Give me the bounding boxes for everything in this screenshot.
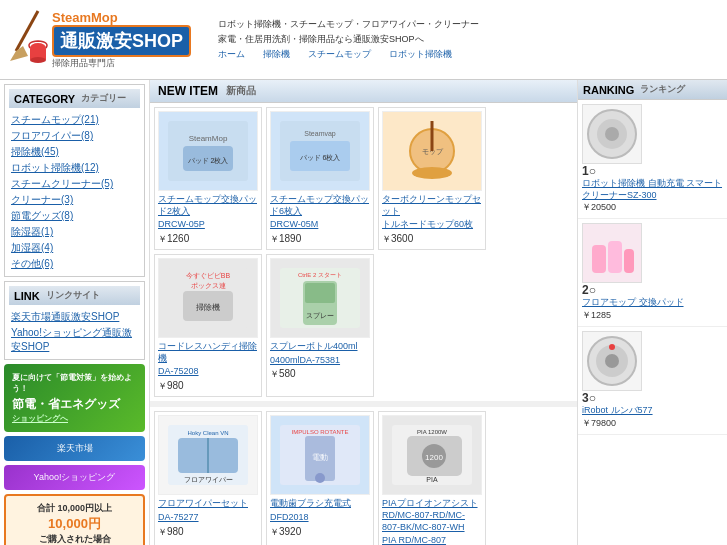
- product-price-p1: ￥1260: [158, 233, 258, 246]
- cat-item-9[interactable]: その他(6): [9, 256, 140, 272]
- product-code-p3: トルネードモップ60枚: [382, 219, 482, 231]
- svg-text:PIA 1200W: PIA 1200W: [417, 429, 447, 435]
- svg-text:1200: 1200: [425, 453, 443, 462]
- link-item-1[interactable]: Yahoo!ショッピング通販激安SHOP: [9, 325, 140, 355]
- logo-sub: 掃除用品専門店: [52, 57, 191, 70]
- product-img-p4: 今すぐビビBB ポックス連 掃除機: [158, 258, 258, 338]
- svg-text:今すぐビビBB: 今すぐビビBB: [186, 272, 231, 280]
- cat-item-0[interactable]: スチームモップ(21): [9, 112, 140, 128]
- product-code-p6: DA-75277: [158, 512, 258, 524]
- product-p5[interactable]: CtrlE 2 スタート スプレー スプレーボトル400ml 0400mlDA-…: [266, 254, 374, 397]
- cat-item-1[interactable]: フロアワイパー(8): [9, 128, 140, 144]
- energy-banner[interactable]: 夏に向けて「節電対策」を始めよう！ 節電・省エネグッズ ショッピングへ: [4, 364, 145, 432]
- ranking-price-1: ￥20500: [582, 201, 723, 214]
- new-item-header: NEW ITEM 新商品: [150, 80, 577, 103]
- ranking-num-3: 3○: [582, 391, 723, 405]
- yahoo-link[interactable]: Yahoo!ショッピング: [4, 465, 145, 490]
- header: SteamMop 通販激安SHOP 掃除用品専門店 ロボット掃除機・スチームモッ…: [0, 0, 727, 80]
- svg-rect-91: [624, 249, 634, 273]
- product-name-p4: コードレスハンディ掃除機: [158, 341, 258, 364]
- ranking-name-2: フロアモップ 交換パッド: [582, 297, 723, 309]
- product-name-p3: ターボクリーンモップセット: [382, 194, 482, 217]
- cat-item-7[interactable]: 除湿器(1): [9, 224, 140, 240]
- product-name-p1: スチームモップ交換パッド2枚入: [158, 194, 258, 217]
- svg-text:フロアワイパー: フロアワイパー: [184, 476, 233, 483]
- product-price-p6: ￥980: [158, 526, 258, 539]
- product-price-p5: ￥580: [270, 368, 370, 381]
- product-p1[interactable]: SteamMop パッド 2枚入 スチームモップ交換パッド2枚入 DRCW-05…: [154, 107, 262, 250]
- energy-link[interactable]: ショッピングへ: [12, 413, 137, 424]
- product-img-p7: IMPULSO ROTANTE 電動: [270, 415, 370, 495]
- ranking-img-2: [582, 223, 642, 283]
- energy-text: 夏に向けて「節電対策」を始めよう！: [12, 372, 137, 394]
- ranking-price-3: ￥79800: [582, 417, 723, 430]
- cat-item-4[interactable]: スチームクリーナー(5): [9, 176, 140, 192]
- svg-text:Steamvap: Steamvap: [304, 130, 336, 138]
- ranking-img-1: [582, 104, 642, 164]
- ranking-price-2: ￥1285: [582, 309, 723, 322]
- product-price-p3: ￥3600: [382, 233, 482, 246]
- svg-text:PIA: PIA: [426, 476, 438, 483]
- product-code-p4: DA-75208: [158, 366, 258, 378]
- product-img-p1: SteamMop パッド 2枚入: [158, 111, 258, 191]
- product-code-p1: DRCW-05P: [158, 219, 258, 231]
- shipping-msg: ご購入された場合: [12, 533, 137, 545]
- svg-rect-26: [305, 283, 335, 303]
- svg-text:SteamMop: SteamMop: [189, 134, 228, 143]
- product-name-p7: 電動歯ブラシ充電式: [270, 498, 370, 510]
- category-title: CATEGORY カテゴリー: [9, 89, 140, 108]
- ranking-item-2[interactable]: 2○ フロアモップ 交換パッド ￥1285: [578, 219, 727, 327]
- logo-text: SteamMop 通販激安SHOP 掃除用品専門店: [52, 10, 191, 70]
- svg-text:モップ: モップ: [422, 148, 444, 155]
- svg-rect-89: [592, 245, 606, 273]
- new-item-title: NEW ITEM: [158, 84, 218, 98]
- product-p3[interactable]: モップ ターボクリーンモップセット トルネードモップ60枚 ￥3600: [378, 107, 486, 250]
- rakuten-link[interactable]: 楽天市場: [4, 436, 145, 461]
- product-p2[interactable]: Steamvap パッド 6枚入 スチームモップ交換パッド6枚入 DRCW-05…: [266, 107, 374, 250]
- link-item-0[interactable]: 楽天市場通販激安SHOP: [9, 309, 140, 325]
- left-sidebar: CATEGORY カテゴリー スチームモップ(21) フロアワイパー(8) 掃除…: [0, 80, 150, 545]
- product-img-p5: CtrlE 2 スタート スプレー: [270, 258, 370, 338]
- svg-text:パッド 6枚入: パッド 6枚入: [299, 154, 341, 162]
- svg-point-95: [609, 344, 615, 350]
- cat-item-5[interactable]: クリーナー(3): [9, 192, 140, 208]
- product-price-p4: ￥980: [158, 380, 258, 393]
- header-nav-link[interactable]: ホーム 掃除機 スチームモップ ロボット掃除機: [218, 49, 452, 59]
- cat-item-6[interactable]: 節電グッズ(8): [9, 208, 140, 224]
- product-name-p2: スチームモップ交換パッド6枚入: [270, 194, 370, 217]
- svg-text:Hoky Clean VN: Hoky Clean VN: [187, 430, 228, 436]
- product-price-p2: ￥1890: [270, 233, 370, 246]
- ranking-item-3[interactable]: 3○ iRobot ルンバ577 ￥79800: [578, 327, 727, 435]
- product-name-p5: スプレーボトル400ml: [270, 341, 370, 353]
- product-img-p3: モップ: [382, 111, 482, 191]
- product-p4[interactable]: 今すぐビビBB ポックス連 掃除機 コードレスハンディ掃除機 DA-75208 …: [154, 254, 262, 397]
- shipping-title: 合計 10,000円以上: [12, 502, 137, 515]
- logo-icon: [8, 6, 48, 74]
- cat-item-2[interactable]: 掃除機(45): [9, 144, 140, 160]
- svg-point-16: [412, 167, 452, 179]
- header-description: ロボット掃除機・スチームモップ・フロアワイパー・クリーナー 家電・住居用洗剤・掃…: [208, 18, 719, 61]
- svg-text:電動: 電動: [312, 453, 328, 462]
- product-price-p7: ￥3920: [270, 526, 370, 539]
- product-img-p2: Steamvap パッド 6枚入: [270, 111, 370, 191]
- svg-text:パッド 2枚入: パッド 2枚入: [187, 157, 229, 165]
- product-code-p2: DRCW-05M: [270, 219, 370, 231]
- right-sidebar: RANKING ランキング 1○ ロボット掃除機 自動充電 スマートクリーナーS…: [577, 80, 727, 545]
- product-p6[interactable]: Hoky Clean VN フロアワイパー フロアワイパーセット DA-7527…: [154, 411, 262, 545]
- svg-point-94: [605, 354, 619, 368]
- ranking-num-2: 2○: [582, 283, 723, 297]
- product-p7[interactable]: IMPULSO ROTANTE 電動 電動歯ブラシ充電式 DFD2018 ￥39…: [266, 411, 374, 545]
- product-p8[interactable]: PIA 1200W 1200 PIA PIAプロイオンアシスト RD/MC-80…: [378, 411, 486, 545]
- products-row-2: Hoky Clean VN フロアワイパー フロアワイパーセット DA-7527…: [150, 407, 577, 545]
- ranking-title-text: RANKING: [583, 84, 634, 96]
- banner-area: 夏に向けて「節電対策」を始めよう！ 節電・省エネグッズ ショッピングへ 楽天市場…: [4, 364, 145, 545]
- header-desc1: ロボット掃除機・スチームモップ・フロアワイパー・クリーナー: [218, 18, 719, 31]
- shipping-banner: 合計 10,000円以上 10,000円 ご購入された場合 送料無料になります！: [4, 494, 145, 545]
- svg-text:CtrlE 2 スタート: CtrlE 2 スタート: [298, 272, 342, 278]
- cat-item-8[interactable]: 加湿器(4): [9, 240, 140, 256]
- ranking-item-1[interactable]: 1○ ロボット掃除機 自動充電 スマートクリーナーSZ-300 ￥20500: [578, 100, 727, 219]
- cat-item-3[interactable]: ロボット掃除機(12): [9, 160, 140, 176]
- product-code-p5: 0400mlDA-75381: [270, 355, 370, 367]
- product-code-p8: PIA RD/MC-807: [382, 535, 482, 545]
- category-section: CATEGORY カテゴリー スチームモップ(21) フロアワイパー(8) 掃除…: [4, 84, 145, 277]
